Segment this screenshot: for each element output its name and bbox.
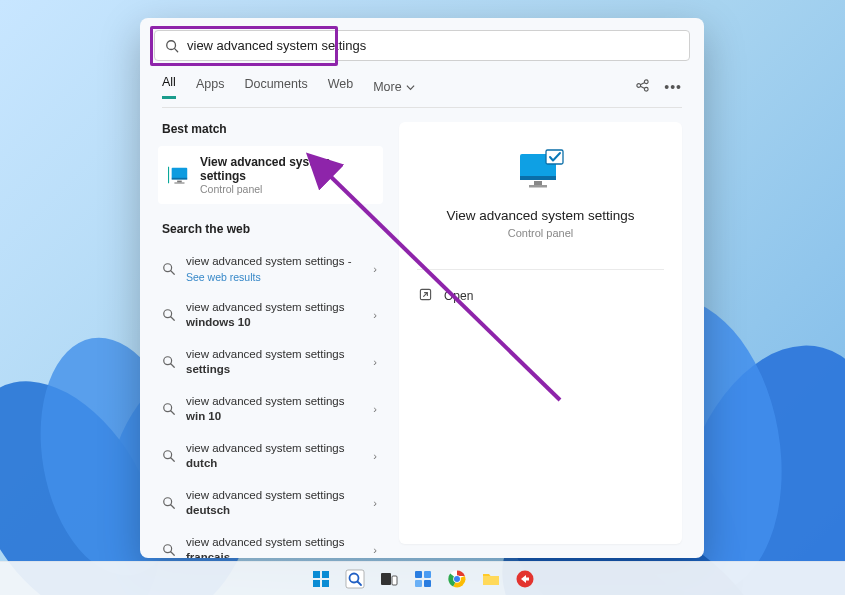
- chevron-right-icon: ›: [373, 263, 377, 275]
- svg-rect-51: [424, 571, 431, 578]
- search-filter-tabs: All Apps Documents Web More •••: [140, 61, 704, 107]
- results-list: Best match View advanced system settings…: [140, 108, 385, 558]
- taskbar-widgets[interactable]: [413, 569, 433, 589]
- chevron-right-icon: ›: [373, 356, 377, 368]
- best-match-title: View advanced system settings: [200, 155, 373, 183]
- svg-rect-53: [424, 580, 431, 587]
- svg-rect-17: [177, 181, 182, 183]
- svg-line-22: [171, 317, 175, 321]
- more-options-icon[interactable]: •••: [664, 79, 682, 95]
- search-share-icon[interactable]: [635, 78, 650, 96]
- search-icon: [162, 449, 176, 463]
- svg-rect-50: [415, 571, 422, 578]
- search-icon: [162, 355, 176, 369]
- svg-rect-42: [322, 571, 329, 578]
- svg-line-24: [171, 364, 175, 368]
- svg-rect-18: [174, 182, 184, 183]
- open-action[interactable]: Open: [417, 282, 664, 310]
- chevron-right-icon: ›: [373, 403, 377, 415]
- chevron-right-icon: ›: [373, 450, 377, 462]
- svg-rect-57: [483, 576, 499, 585]
- svg-point-56: [454, 576, 460, 582]
- chevron-right-icon: ›: [373, 309, 377, 321]
- web-result-2[interactable]: view advanced system settings settings ›: [162, 339, 385, 386]
- search-web-label: Search the web: [162, 222, 385, 236]
- svg-line-8: [175, 48, 178, 51]
- svg-point-11: [645, 87, 649, 91]
- svg-rect-52: [415, 580, 422, 587]
- start-button[interactable]: [311, 569, 331, 589]
- chevron-right-icon: ›: [373, 497, 377, 509]
- svg-rect-16: [172, 178, 188, 180]
- web-result-text: view advanced system settings settings: [186, 347, 379, 378]
- best-match-subtitle: Control panel: [200, 183, 373, 195]
- chevron-right-icon: ›: [373, 544, 377, 556]
- svg-rect-41: [313, 571, 320, 578]
- svg-line-13: [641, 86, 645, 88]
- best-match-item[interactable]: View advanced system settings Control pa…: [158, 146, 383, 204]
- taskbar-app-red[interactable]: [515, 569, 535, 589]
- taskbar-explorer[interactable]: [481, 569, 501, 589]
- search-icon: [162, 543, 176, 557]
- svg-rect-36: [529, 185, 547, 188]
- web-result-text: view advanced system settings français: [186, 535, 379, 558]
- search-icon: [162, 496, 176, 510]
- tab-documents[interactable]: Documents: [244, 77, 307, 98]
- search-icon: [165, 39, 179, 53]
- open-icon: [419, 288, 432, 304]
- open-label: Open: [444, 289, 473, 303]
- svg-rect-37: [546, 150, 563, 164]
- preview-divider: [417, 269, 664, 270]
- preview-subtitle: Control panel: [417, 227, 664, 239]
- web-result-5[interactable]: view advanced system settings deutsch ›: [162, 480, 385, 527]
- start-search-panel: All Apps Documents Web More ••• Best mat…: [140, 18, 704, 558]
- svg-line-32: [171, 552, 175, 556]
- svg-rect-43: [313, 580, 320, 587]
- chevron-down-icon: [406, 83, 415, 92]
- web-result-text: view advanced system settings win 10: [186, 394, 379, 425]
- web-result-3[interactable]: view advanced system settings win 10 ›: [162, 386, 385, 433]
- web-result-text: view advanced system settings dutch: [186, 441, 379, 472]
- search-icon: [162, 402, 176, 416]
- svg-line-12: [641, 83, 645, 85]
- web-result-6[interactable]: view advanced system settings français ›: [162, 527, 385, 558]
- taskbar-search[interactable]: [345, 569, 365, 589]
- taskbar: [0, 561, 845, 595]
- result-preview-card: View advanced system settings Control pa…: [399, 122, 682, 544]
- taskbar-task-view[interactable]: [379, 569, 399, 589]
- web-result-text: view advanced system settings windows 10: [186, 300, 379, 331]
- web-result-4[interactable]: view advanced system settings dutch ›: [162, 433, 385, 480]
- svg-line-28: [171, 458, 175, 462]
- svg-point-9: [637, 84, 641, 88]
- svg-rect-35: [534, 181, 542, 185]
- svg-rect-34: [520, 176, 556, 180]
- tab-all[interactable]: All: [162, 75, 176, 99]
- tab-more[interactable]: More: [373, 80, 414, 94]
- monitor-icon: [168, 165, 190, 185]
- search-icon: [162, 308, 176, 322]
- svg-line-30: [171, 505, 175, 509]
- svg-rect-49: [392, 576, 397, 585]
- preview-title: View advanced system settings: [417, 208, 664, 223]
- search-icon: [162, 262, 176, 276]
- web-result-1[interactable]: view advanced system settings windows 10…: [162, 292, 385, 339]
- svg-rect-48: [381, 573, 391, 585]
- best-match-label: Best match: [162, 122, 385, 136]
- tab-web[interactable]: Web: [328, 77, 353, 98]
- svg-rect-15: [172, 168, 188, 179]
- web-result-text: view advanced system settings - See web …: [186, 254, 379, 284]
- search-input[interactable]: [187, 38, 679, 53]
- svg-line-20: [171, 271, 175, 275]
- web-result-0[interactable]: view advanced system settings - See web …: [162, 246, 385, 292]
- svg-rect-44: [322, 580, 329, 587]
- svg-line-26: [171, 411, 175, 415]
- monitor-check-icon: [516, 148, 566, 192]
- tab-apps[interactable]: Apps: [196, 77, 225, 98]
- web-result-text: view advanced system settings deutsch: [186, 488, 379, 519]
- search-box[interactable]: [154, 30, 690, 61]
- taskbar-chrome[interactable]: [447, 569, 467, 589]
- svg-point-10: [645, 80, 649, 84]
